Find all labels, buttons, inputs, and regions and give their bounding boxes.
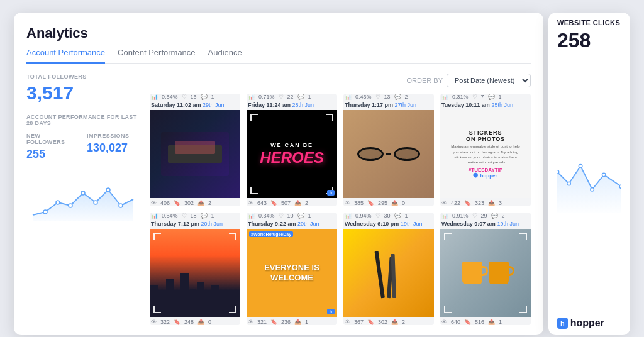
hopper-badge-6: h xyxy=(327,309,335,314)
thumbnail-1 xyxy=(150,110,240,198)
perf-label: ACCOUNT PERFORMANCE FOR LAST 28 DAYS xyxy=(26,114,140,126)
svg-point-2 xyxy=(69,204,72,207)
thumbnail-2: WE CAN BE HEROES h xyxy=(247,110,337,198)
post-meta-top-7: 📊 0.94% ♡ 30 💬 1 xyxy=(343,213,434,219)
post-meta-top-5: 📊 0.54% ♡ 18 💬 1 xyxy=(150,213,240,219)
order-bar: ORDER BY Post Date (Newest) Post Date (O… xyxy=(150,74,531,87)
comments-icon-1: 💬 xyxy=(201,94,208,100)
svg-point-5 xyxy=(106,188,110,192)
post-meta-top-4: 📊 0.31% ♡ 7 💬 1 xyxy=(440,94,531,100)
post-meta-top-2: 📊 0.71% ♡ 22 💬 1 xyxy=(247,94,337,100)
svg-point-12 xyxy=(619,185,621,189)
post-stats-bottom-3: 👁385 🔖295 📤0 xyxy=(343,198,434,206)
hopper-icon: h xyxy=(557,318,568,329)
post-card-6[interactable]: 📊 0.34% ♡ 10 💬 1 Thursday 9:22 am 20th J… xyxy=(247,213,337,325)
new-followers-block: NEW FOLLOWERS 255 xyxy=(26,133,79,161)
content-grid-area: ORDER BY Post Date (Newest) Post Date (O… xyxy=(150,74,531,325)
page-title: Analytics xyxy=(26,25,531,41)
content-area: TOTAL FOLLOWERS 3,517 ACCOUNT PERFORMANC… xyxy=(26,74,531,325)
total-followers-label: TOTAL FOLLOWERS xyxy=(26,74,140,80)
post-stats-bottom-2: 👁643 🔖507 📤2 xyxy=(247,198,337,206)
post-card-1[interactable]: 📊 0.54% ♡ 16 💬 1 Saturday 11:02 am 29th … xyxy=(150,94,240,206)
order-select[interactable]: Post Date (Newest) Post Date (Oldest) Mo… xyxy=(447,74,531,87)
tab-audience[interactable]: Audience xyxy=(208,48,242,64)
timestamp-6: Thursday 9:22 am 20th Jun xyxy=(247,221,337,227)
timestamp-2: Friday 11:24 am 28th Jun xyxy=(247,102,337,108)
hopper-badge-2: h xyxy=(327,190,335,196)
impressions-block: IMPRESSIONS 130,027 xyxy=(87,133,140,161)
mini-chart xyxy=(26,171,140,221)
new-followers-label: NEW FOLLOWERS xyxy=(26,133,79,145)
thumbnail-8 xyxy=(440,229,531,317)
svg-point-0 xyxy=(43,210,47,214)
svg-point-1 xyxy=(56,201,60,204)
timestamp-5: Thursday 7:12 pm 20th Jun xyxy=(150,221,240,227)
tabs-bar: Account Performance Content Performance … xyxy=(26,48,531,64)
post-card-4[interactable]: 📊 0.31% ♡ 7 💬 1 Tuesday 10:11 am 25th Ju… xyxy=(440,94,531,206)
timestamp-3: Thursday 1:17 pm 27th Jun xyxy=(343,102,434,108)
new-followers-value: 255 xyxy=(26,148,79,161)
total-followers-value: 3,517 xyxy=(26,82,140,104)
timestamp-8: Wednesday 9:07 am 19th Jun xyxy=(440,221,531,227)
post-meta-top-1: 📊 0.54% ♡ 16 💬 1 xyxy=(150,94,240,100)
timestamp-1: Saturday 11:02 am 29th Jun xyxy=(150,102,240,108)
post-meta-top-8: 📊 0.91% ♡ 29 💬 2 xyxy=(440,213,531,219)
right-sidebar: WEBSITE CLICKS 258 xyxy=(548,13,630,335)
thumbnail-7 xyxy=(343,229,434,317)
main-panel: Analytics Account Performance Content Pe… xyxy=(14,13,543,335)
svg-point-10 xyxy=(591,187,594,191)
thumbnail-6: #WorldRefugeeDay EVERYONE ISWELCOME h xyxy=(247,229,337,317)
stats-panel: TOTAL FOLLOWERS 3,517 ACCOUNT PERFORMANC… xyxy=(26,74,140,325)
post-stats-bottom-4: 👁422 🔖323 📤3 xyxy=(440,198,531,206)
thumbnail-3 xyxy=(343,110,434,198)
post-card-3[interactable]: 📊 0.43% ♡ 13 💬 2 Thursday 1:17 pm 27th J… xyxy=(343,94,434,206)
reach-2: 0.71% xyxy=(258,94,275,100)
timestamp-4: Tuesday 10:11 am 25th Jun xyxy=(440,102,531,108)
tab-account-performance[interactable]: Account Performance xyxy=(26,48,105,64)
post-stats-bottom-5: 👁322 🔖248 📤0 xyxy=(150,317,240,325)
thumbnail-4: STICKERSON PHOTOS Making a memorable sty… xyxy=(440,110,531,198)
total-followers-block: TOTAL FOLLOWERS 3,517 xyxy=(26,74,140,104)
impressions-value: 130,027 xyxy=(87,141,140,155)
post-stats-bottom-8: 👁640 🔖516 📤1 xyxy=(440,317,531,325)
posts-grid: 📊 0.54% ♡ 16 💬 1 Saturday 11:02 am 29th … xyxy=(150,94,531,325)
timestamp-7: Wednesday 6:10 pm 19th Jun xyxy=(343,221,434,227)
post-card-7[interactable]: 📊 0.94% ♡ 30 💬 1 Wednesday 6:10 pm 19th … xyxy=(343,213,434,325)
svg-point-6 xyxy=(119,204,123,207)
svg-point-8 xyxy=(567,182,571,185)
post-meta-top-6: 📊 0.34% ♡ 10 💬 1 xyxy=(247,213,337,219)
post-stats-bottom-1: 👁406 🔖302 📤2 xyxy=(150,198,240,206)
stat-row: NEW FOLLOWERS 255 IMPRESSIONS 130,027 xyxy=(26,133,140,161)
hopper-logo: h hopper xyxy=(557,310,621,329)
svg-point-11 xyxy=(602,173,606,177)
thumbnail-5 xyxy=(150,229,240,317)
impressions-label: IMPRESSIONS xyxy=(87,133,140,139)
website-clicks-value: 258 xyxy=(557,29,621,52)
likes-icon-1: ♡ xyxy=(182,94,187,100)
app-container: Analytics Account Performance Content Pe… xyxy=(14,13,630,335)
reach-1: 0.54% xyxy=(162,94,178,100)
post-meta-top-3: 📊 0.43% ♡ 13 💬 2 xyxy=(343,94,434,100)
likes-1: 16 xyxy=(191,94,197,100)
post-stats-bottom-6: 👁321 🔖236 📤1 xyxy=(247,317,337,325)
reach-icon-1: 📊 xyxy=(151,94,158,100)
post-card-5[interactable]: 📊 0.54% ♡ 18 💬 1 Thursday 7:12 pm 20th J… xyxy=(150,213,240,325)
hashtag-badge-6: #WorldRefugeeDay xyxy=(249,231,293,237)
tab-content-performance[interactable]: Content Performance xyxy=(118,48,196,64)
svg-point-4 xyxy=(94,201,97,204)
svg-point-9 xyxy=(579,164,582,168)
post-stats-bottom-7: 👁367 🔖302 📤2 xyxy=(343,317,434,325)
svg-point-7 xyxy=(557,170,559,174)
website-chart xyxy=(557,57,621,310)
website-clicks-label: WEBSITE CLICKS xyxy=(557,19,621,26)
svg-point-3 xyxy=(81,191,85,195)
post-card-8[interactable]: 📊 0.91% ♡ 29 💬 2 Wednesday 9:07 am 19th … xyxy=(440,213,531,325)
post-card-2[interactable]: 📊 0.71% ♡ 22 💬 1 Friday 11:24 am 28th Ju… xyxy=(247,94,337,206)
hopper-name: hopper xyxy=(570,318,604,329)
order-label: ORDER BY xyxy=(407,77,443,84)
comments-1: 1 xyxy=(211,94,214,100)
